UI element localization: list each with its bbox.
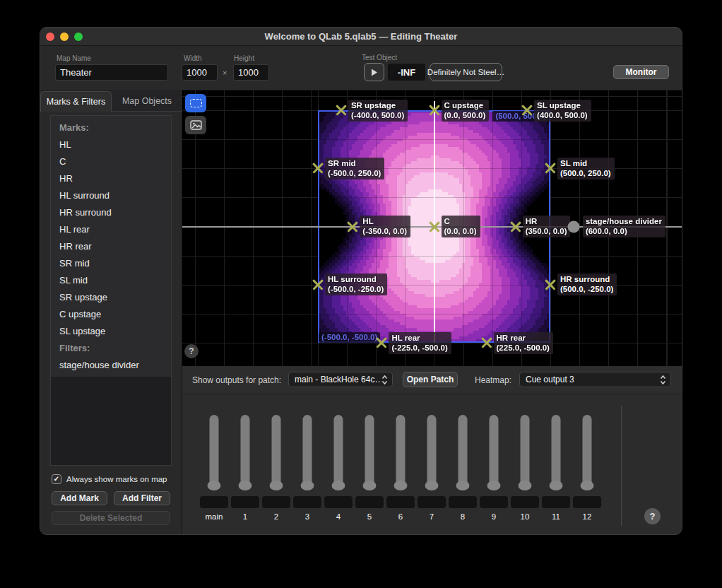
fader-track[interactable] [490,415,499,490]
fader-knob[interactable] [363,481,377,490]
always-show-marks-row[interactable]: ✓ Always show marks on map [52,474,167,484]
fader-value-field[interactable] [480,496,508,508]
patch-select[interactable]: main - BlackHole 64c… [288,372,393,387]
mark-x-marker[interactable] [521,104,534,117]
fader-knob[interactable] [487,481,501,490]
mark-x-marker[interactable] [427,220,441,233]
mark-x-marker[interactable] [427,104,441,117]
fader-knob[interactable] [301,481,314,490]
map-help-button[interactable]: ? [184,344,199,358]
tab-marks-and-filters[interactable]: Marks & Filters [40,91,112,112]
always-show-marks-checkbox[interactable]: ✓ [52,474,61,484]
add-filter-button[interactable]: Add Filter [114,491,170,505]
fader-value-field[interactable] [355,496,384,508]
test-object-select-button[interactable]: Definitely Not Steel… [430,63,502,81]
fader-knob[interactable] [425,481,439,490]
fader-track[interactable] [521,415,530,490]
fader-knob[interactable] [394,481,408,490]
image-icon [190,120,202,130]
mark-x-marker[interactable] [312,278,325,291]
mark-x-marker[interactable] [544,162,557,175]
stepper-icon [660,375,666,385]
fader-track[interactable] [334,415,343,490]
mark-x-marker[interactable] [375,336,389,350]
tab-map-objects[interactable]: Map Objects [112,91,182,112]
fader-value-field[interactable] [386,496,415,508]
mark-list-item[interactable]: HL surround [51,187,171,204]
fader-knob[interactable] [270,481,283,490]
mark-list-item[interactable]: HL rear [51,221,171,238]
fader-value-field[interactable] [293,496,321,508]
fader-knob[interactable] [550,481,563,490]
mark-list-item[interactable]: C upstage [51,306,171,323]
marquee-select-tool-button[interactable] [185,94,206,112]
width-input[interactable] [182,64,218,81]
mark-list-item[interactable]: HR surround [51,204,171,221]
mark-list-item[interactable]: HR [51,170,171,187]
mark-list-item[interactable]: SR mid [51,255,171,272]
fader-track[interactable] [365,415,374,490]
fader-track[interactable] [210,415,219,490]
fader-value-field[interactable] [324,496,353,508]
mark-label: HR surround(500.0, -250.0) [557,274,617,295]
heatmap-select[interactable]: Cue output 3 [519,372,671,387]
mark-label: HL surround(-500.0, -250.0) [325,274,387,295]
mark-list-item[interactable]: SL upstage [51,323,171,340]
fader-knob[interactable] [239,481,252,490]
list-section-header: Filters: [51,340,171,357]
width-label: Width [184,54,202,62]
mark-list-item[interactable]: HR rear [51,238,171,255]
height-input[interactable] [233,64,269,81]
mark-x-marker[interactable] [346,220,360,233]
mark-x-marker[interactable] [480,336,493,350]
fader-track[interactable] [241,415,250,490]
mark-list-item[interactable]: SR upstage [51,289,171,306]
test-object-play-button[interactable] [364,63,384,81]
fader-knob[interactable] [208,481,221,490]
mark-list-item[interactable]: stage/house divider [51,357,171,374]
mark-x-marker[interactable] [334,104,348,117]
mark-list-item[interactable]: SL mid [51,272,171,289]
fader-knob[interactable] [332,481,345,490]
map-canvas-panel[interactable]: (500.0, 500.0) (-500.0, -500.0) SR upsta… [182,90,682,366]
fader-value-field[interactable] [418,496,446,508]
window-title: Welcome to QLab 5.qlab5 — Editing Theate… [40,31,682,42]
mark-x-marker[interactable] [544,278,557,291]
fader-track[interactable] [396,415,406,490]
mark-x-marker[interactable] [312,162,325,175]
mark-list-item[interactable]: C [51,153,171,170]
add-mark-button[interactable]: Add Mark [52,491,107,505]
map-name-input[interactable] [55,64,168,81]
fader-value-field[interactable] [262,496,290,508]
faders-help-button[interactable]: ? [644,508,661,524]
show-outputs-label: Show outputs for patch: [192,375,281,385]
monitor-button[interactable]: Monitor [613,65,669,79]
fader-channel-label: 4 [336,512,341,521]
patch-bar: Show outputs for patch: main - BlackHole… [182,366,682,394]
fader-track[interactable] [427,415,437,490]
fader-knob[interactable] [581,481,594,490]
fader-track[interactable] [583,415,592,490]
fader-channel-label: 8 [461,512,465,521]
fader-track[interactable] [303,415,312,490]
fader-track[interactable] [272,415,281,490]
fader-channel-label: 3 [305,512,309,521]
fader-value-field[interactable] [511,496,539,508]
fader-value-field[interactable] [542,496,570,508]
fader-value-field[interactable] [573,496,601,508]
mark-x-marker[interactable] [509,220,522,233]
fader-value-field[interactable] [231,496,259,508]
output-faders-panel: main123456789101112 ? [182,394,682,535]
fader-track[interactable] [552,415,561,490]
fader-value-field[interactable] [449,496,477,508]
test-object-level-field[interactable]: -INF [388,64,425,81]
marquee-select-icon [190,99,202,107]
fader-knob[interactable] [519,481,532,490]
open-patch-button[interactable]: Open Patch [403,372,458,387]
fader-knob[interactable] [456,481,470,490]
fader-track[interactable] [458,415,468,490]
fader-value-field[interactable] [200,496,228,508]
divider-handle[interactable] [567,220,579,233]
background-image-tool-button[interactable] [185,116,206,134]
mark-list-item[interactable]: HL [51,136,171,153]
